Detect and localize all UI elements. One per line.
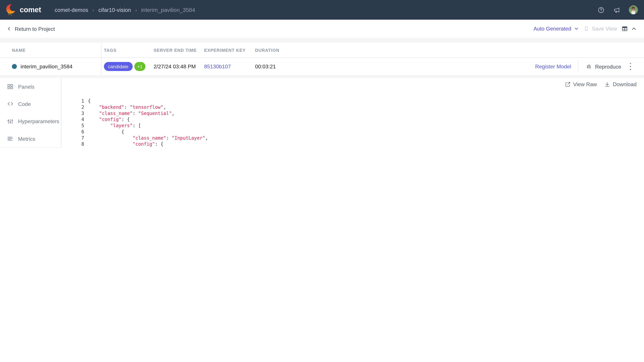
code-line: 1{ [62,98,644,104]
save-view-button[interactable]: Save View [584,26,617,32]
duration: 00:03:21 [255,63,276,69]
brand-name: comet [20,5,41,14]
panels-icon [7,83,14,90]
view-toolbar: Return to Project Auto Generated Save Vi… [0,20,644,38]
code-text: "class_name": "InputLayer", [88,135,208,141]
graph-definition-code[interactable]: 1{2 "backend": "tensorflow",3 "class_nam… [62,98,644,148]
app-window: comet comet-demos›cifar10-vision›interim… [0,0,644,148]
sidebar-item-code[interactable]: Code [0,95,61,113]
line-number: 2 [62,104,84,110]
code-line: 2 "backend": "tensorflow", [62,104,644,110]
code-text: "backend": "tensorflow", [88,104,166,110]
view-raw-label: View Raw [573,81,597,87]
line-number: 8 [62,141,84,147]
code-icon [7,101,14,107]
comet-logo[interactable]: comet [6,4,41,16]
experiment-status-dot [12,64,17,69]
sidebar-item-label: Panels [18,84,34,90]
column-header-experiment-key[interactable]: EXPERIMENT KEY [204,48,246,52]
sidebar-item-hyperparameters[interactable]: Hyperparameters [0,113,61,130]
comet-logo-icon [6,4,17,16]
actions-divider [578,60,578,72]
main-area: PanelsCodeHyperparametersMetricsGraph de… [0,78,644,148]
code-text: "config": { [88,117,130,123]
table-view-icon[interactable] [621,25,628,32]
column-header-name[interactable]: NAME [12,48,26,52]
code-text: { [88,129,124,135]
download-button[interactable]: Download [604,81,636,87]
code-text: "batch_input_shape": [ [88,147,205,148]
line-number: 5 [62,123,84,129]
breadcrumb-item[interactable]: cifar10-vision [98,7,131,13]
chevron-down-icon [574,26,578,31]
line-number: 9 [62,147,84,148]
section-gap [0,38,644,42]
code-line: 6 { [62,129,644,135]
top-navigation-bar: comet comet-demos›cifar10-vision›interim… [0,0,644,20]
experiment-table: NAMETAGSSERVER END TIMEEXPERIMENT KEYDUR… [0,43,644,75]
announcements-icon[interactable] [613,6,620,13]
code-line: 4 "config": { [62,117,644,123]
column-header-server-end-time[interactable]: SERVER END TIME [154,48,197,52]
experiment-tags: candidate+1 [104,62,146,71]
sidebar-item-label: Code [18,101,31,107]
code-text: "config": { [88,141,163,147]
hyperparameters-icon [7,118,14,125]
experiment-name[interactable]: interim_pavilion_3584 [20,63,72,69]
fingerprint-icon [586,63,592,70]
avatar-photo [629,5,638,14]
code-line: 8 "config": { [62,141,644,147]
register-model-button[interactable]: Register Model [535,63,571,69]
save-view-label: Save View [592,26,617,32]
reproduce-button[interactable]: Reproduce [586,63,621,70]
top-bar-actions [598,0,638,20]
reproduce-label: Reproduce [595,63,621,69]
help-icon[interactable] [598,6,604,13]
breadcrumb-item: interim_pavilion_3584 [141,7,195,13]
code-line: 9 "batch_input_shape": [ [62,147,644,148]
graph-definition-panel: View Raw Download 1{2 "backend": "tensor… [62,78,644,148]
tag-pill[interactable]: +1 [134,62,146,71]
bookmark-icon [584,26,589,31]
section-gap [0,75,644,78]
sidebar-item-label: Hyperparameters [18,118,59,124]
view-raw-button[interactable]: View Raw [564,81,597,87]
code-text: { [88,98,91,104]
experiment-table-header: NAMETAGSSERVER END TIMEEXPERIMENT KEYDUR… [0,43,644,58]
experiment-row[interactable]: interim_pavilion_3584 candidate+1 2/27/2… [0,58,644,75]
view-selector-dropdown[interactable]: Auto Generated [534,26,578,32]
experiment-key-link[interactable]: 85130b107 [204,63,231,69]
code-text: "class_name": "Sequential", [88,110,174,117]
code-line: 3 "class_name": "Sequential", [62,110,644,117]
line-number: 4 [62,117,84,123]
breadcrumb-separator-icon: › [135,7,137,13]
column-header-duration[interactable]: DURATION [255,48,280,52]
tag-pill[interactable]: candidate [104,62,133,71]
row-menu-kebab-icon[interactable] [629,62,632,71]
experiment-sidebar: PanelsCodeHyperparametersMetricsGraph de… [0,78,62,148]
return-to-project-button[interactable]: Return to Project [6,26,55,32]
code-line: 7 "class_name": "InputLayer", [62,135,644,141]
sidebar-item-metrics[interactable]: Metrics [0,130,61,147]
code-text: "layers": [ [88,123,141,129]
code-line: 5 "layers": [ [62,123,644,129]
panel-actions: View Raw Download [564,81,636,87]
sidebar-item-label: Metrics [18,136,36,142]
breadcrumb: comet-demos›cifar10-vision›interim_pavil… [55,7,195,13]
line-number: 3 [62,110,84,117]
download-icon [604,81,610,87]
return-to-project-label: Return to Project [15,26,55,32]
line-number: 7 [62,135,84,141]
sidebar-item-panels[interactable]: Panels [0,78,61,95]
chevron-left-icon [6,26,12,31]
breadcrumb-separator-icon: › [92,7,94,13]
column-header-tags[interactable]: TAGS [104,48,116,52]
server-end-time: 2/27/24 03:48 PM [154,63,196,69]
breadcrumb-item[interactable]: comet-demos [55,7,88,13]
user-avatar[interactable] [629,5,638,14]
external-link-icon [564,81,571,87]
sidebar-item-graph-definition[interactable]: Graph definition [0,147,61,148]
collapse-header-chevron-up-icon[interactable] [631,26,636,31]
metrics-icon [7,135,14,142]
line-number: 6 [62,129,84,135]
